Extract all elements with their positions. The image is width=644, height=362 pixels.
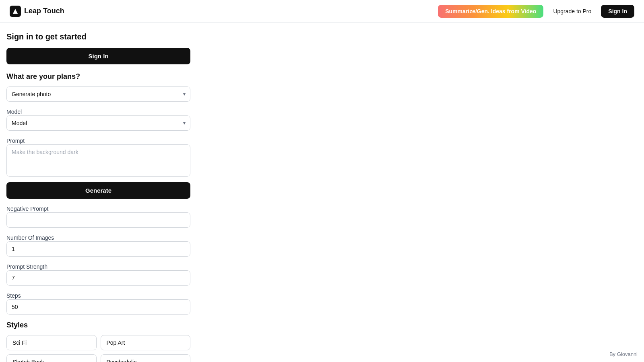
prompt-textarea[interactable] <box>6 144 190 177</box>
styles-section: Styles Sci Fi Pop Art Sketch Book Psycha… <box>6 321 190 362</box>
signin-main-button[interactable]: Sign In <box>6 48 190 64</box>
styles-title: Styles <box>6 321 190 329</box>
steps-section: Steps <box>6 292 190 321</box>
prompt-section: Prompt Generate <box>6 137 190 205</box>
styles-grid: Sci Fi Pop Art Sketch Book Psychadelic <box>6 335 190 362</box>
number-of-images-label: Number Of Images <box>6 234 54 241</box>
model-label: Model <box>6 109 22 115</box>
prompt-label: Prompt <box>6 138 25 144</box>
steps-label: Steps <box>6 292 21 299</box>
negative-prompt-label: Negative Prompt <box>6 206 48 212</box>
number-of-images-input[interactable] <box>6 241 190 257</box>
steps-input[interactable] <box>6 299 190 315</box>
logo: Leap Touch <box>10 6 64 17</box>
style-chip-popart[interactable]: Pop Art <box>101 335 191 350</box>
negative-prompt-input[interactable] <box>6 212 190 228</box>
logo-icon <box>10 6 21 17</box>
footer-credit: By Giovanni <box>609 351 638 357</box>
upgrade-button[interactable]: Upgrade to Pro <box>548 5 596 18</box>
signin-title: Sign in to get started <box>6 32 190 41</box>
main-content <box>197 23 644 362</box>
style-chip-psychadelic[interactable]: Psychadelic <box>101 354 191 362</box>
layout: Sign in to get started Sign In What are … <box>0 0 644 362</box>
model-select[interactable]: Model <box>6 115 190 131</box>
prompt-strength-label: Prompt Strength <box>6 263 47 270</box>
sidebar: Sign in to get started Sign In What are … <box>0 23 197 362</box>
header-signin-button[interactable]: Sign In <box>601 5 634 18</box>
model-section: Model Model ▾ <box>6 108 190 131</box>
prompt-strength-section: Prompt Strength <box>6 263 190 292</box>
style-chip-sketchbook[interactable]: Sketch Book <box>6 354 97 362</box>
style-chip-scifi[interactable]: Sci Fi <box>6 335 97 350</box>
number-of-images-section: Number Of Images <box>6 234 190 263</box>
negative-prompt-section: Negative Prompt <box>6 205 190 234</box>
plans-section: What are your plans? Generate photo Edit… <box>6 72 190 102</box>
plan-select[interactable]: Generate photo Edit photo Generate video <box>6 86 190 102</box>
credit-text: By Giovanni <box>609 351 638 357</box>
generate-button[interactable]: Generate <box>6 182 190 199</box>
model-select-wrapper: Model ▾ <box>6 115 190 131</box>
plan-select-wrapper: Generate photo Edit photo Generate video… <box>6 86 190 102</box>
signin-section: Sign in to get started Sign In <box>6 32 190 72</box>
summarize-button[interactable]: Summarize/Gen. Ideas from Video <box>438 5 543 18</box>
prompt-strength-input[interactable] <box>6 270 190 286</box>
logo-text: Leap Touch <box>24 7 64 15</box>
header-actions: Summarize/Gen. Ideas from Video Upgrade … <box>438 5 634 18</box>
plans-title: What are your plans? <box>6 72 190 81</box>
header: Leap Touch Summarize/Gen. Ideas from Vid… <box>0 0 644 23</box>
